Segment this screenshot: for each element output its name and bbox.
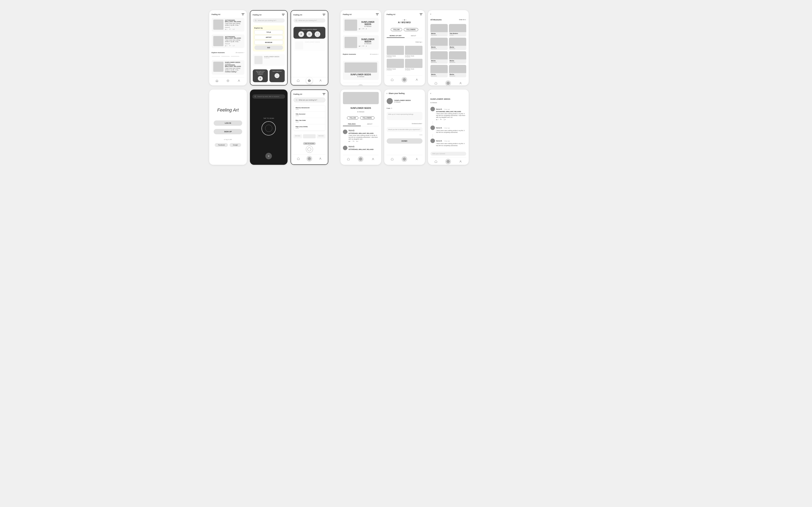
comment-reply-1[interactable]: 5 ○: [440, 119, 442, 120]
explore-fab-6[interactable]: [445, 80, 451, 86]
scan-circle[interactable]: [262, 121, 276, 135]
comment-input[interactable]: Write your comment: [430, 152, 466, 156]
nav-explore-1[interactable]: [226, 79, 230, 82]
museum-card-1[interactable]: Macba Barcelona: [430, 24, 448, 37]
search-btn-2[interactable]: [307, 31, 312, 37]
all-museums-link[interactable]: All museums >: [236, 52, 245, 53]
nav-profile-7[interactable]: [319, 157, 322, 161]
wide-feed-filter[interactable]: [376, 13, 379, 15]
artwork-followers-btn[interactable]: FOLLOWERS: [360, 116, 374, 119]
feeling-share-1[interactable]: 1 ↗: [356, 140, 358, 142]
wide-likes-1[interactable]: 12 ♡: [359, 28, 362, 30]
voice-feed-filter[interactable]: [323, 14, 325, 16]
explore-fab-7[interactable]: [307, 156, 312, 162]
post-share-1[interactable]: 1 ↗: [233, 29, 235, 30]
suggestion-4[interactable]: Eija-Liisa Ahtila artist: [294, 124, 325, 131]
work-thumb-2[interactable]: [405, 46, 423, 55]
nav-profile-9[interactable]: [415, 157, 419, 161]
voice-btn-2[interactable]: [299, 31, 304, 37]
museums-back-btn[interactable]: ‹: [430, 13, 431, 15]
nav-home-6[interactable]: [434, 81, 438, 85]
share-done-btn[interactable]: DONE!: [387, 138, 423, 144]
museum-card-5[interactable]: Macba Barcelona: [430, 51, 448, 64]
suggestion-3[interactable]: Bas Jan Ader artist: [294, 118, 325, 124]
emotion-wheel-link[interactable]: Emotional wheel ›: [387, 123, 423, 124]
scan-btn-2[interactable]: [315, 31, 320, 37]
comment-likes-1[interactable]: 21 ♡: [436, 119, 439, 120]
nav-home-10[interactable]: [434, 160, 438, 163]
close-button[interactable]: ×: [265, 153, 272, 159]
fab-explore-3[interactable]: [306, 77, 313, 84]
share-back-btn[interactable]: ‹: [387, 92, 387, 95]
wide-comments-2[interactable]: 2 ○: [363, 45, 365, 47]
explore-fab-9[interactable]: [401, 156, 407, 162]
explore-fab-10[interactable]: [445, 159, 451, 164]
work-thumb-1[interactable]: [387, 46, 404, 55]
signup-btn[interactable]: SIGN UP: [214, 129, 242, 134]
museum-chip-1[interactable]: MACBA: [212, 56, 220, 57]
wide-comments-1[interactable]: 2 ○: [363, 28, 365, 30]
suggestion-1[interactable]: Marina Abramović artist: [294, 105, 325, 112]
login-btn[interactable]: LOG IN: [214, 120, 242, 126]
nav-profile-6[interactable]: [459, 81, 463, 85]
nav-home-5[interactable]: [390, 78, 394, 81]
scan-button[interactable]: [275, 73, 279, 78]
museum-chip-3[interactable]: MACBA: [231, 56, 239, 57]
nav-profile-4[interactable]: [371, 85, 375, 86]
suggestion-2[interactable]: Vito Acconci artist: [294, 112, 325, 118]
nav-home-1[interactable]: [215, 79, 219, 82]
museum-card-2[interactable]: Tate Modern London: [449, 24, 466, 37]
work-thumb-3[interactable]: [387, 59, 404, 68]
explore-fab-5[interactable]: [401, 77, 407, 82]
google-btn[interactable]: Google: [229, 143, 241, 147]
museum-card-6[interactable]: Macba Barcelona: [449, 51, 466, 64]
followers-btn[interactable]: FOLLOWERS: [404, 28, 418, 31]
search-filter-icon[interactable]: [282, 14, 285, 16]
nav-home-9[interactable]: [390, 157, 394, 161]
nav-home-8[interactable]: [346, 157, 350, 161]
scan-search-bar[interactable]: Search by artist, title or museum: [252, 95, 285, 99]
go-btn[interactable]: GO: [254, 45, 283, 50]
comments-back-btn[interactable]: ‹: [430, 92, 431, 95]
mic-button[interactable]: [258, 76, 263, 81]
share-describe-input[interactable]: Would you like to describe better your e…: [387, 127, 423, 132]
suggestions-filter[interactable]: [323, 93, 325, 95]
facebook-btn[interactable]: Facebook: [215, 143, 228, 147]
nav-profile-5[interactable]: [415, 78, 419, 81]
museum-card-8[interactable]: Macba Barcelona: [449, 65, 466, 77]
search-bar[interactable]: What are you looking for?: [253, 18, 285, 22]
museum-card-4[interactable]: Macba Barcelona: [449, 38, 466, 50]
feelings-tab[interactable]: FEELINGS: [343, 122, 361, 126]
share-privacy-label[interactable]: Public: [387, 108, 390, 109]
wide-all-museums[interactable]: All museums >: [370, 54, 379, 55]
nav-profile-8[interactable]: [371, 157, 375, 161]
feeling-comments-1[interactable]: 2 ○: [353, 140, 355, 142]
order-by[interactable]: Order by ∨: [415, 41, 422, 43]
museum-chip-2[interactable]: MACBA: [221, 56, 230, 57]
wide-share-1[interactable]: ↗: [366, 28, 367, 30]
nav-profile-10[interactable]: [459, 160, 463, 163]
follow-btn[interactable]: FOLLOW: [391, 28, 402, 31]
voice-search-bar[interactable]: What are you looking for?: [293, 18, 325, 22]
works-tab[interactable]: WORKS OF ART: [387, 34, 404, 38]
museums-order[interactable]: Order for ∨: [459, 19, 466, 20]
share-feelings-input[interactable]: Write up to 3 most representing feelings: [387, 112, 423, 120]
suggestion-5[interactable]: Peggy Ahwesh artist: [294, 131, 325, 131]
work-thumb-4[interactable]: [405, 59, 423, 68]
title-btn[interactable]: TITLE: [254, 30, 283, 35]
nav-home-3[interactable]: [296, 79, 300, 82]
explore-fab-4[interactable]: [358, 84, 364, 86]
post-likes-1[interactable]: 22 ♡: [225, 29, 228, 30]
feeling-likes-1[interactable]: 22 ♡: [348, 140, 351, 142]
museum-card-3[interactable]: Macba Barcelona: [430, 38, 448, 50]
suggestions-scan-btn[interactable]: [306, 146, 313, 153]
post-likes-2[interactable]: 22 ♡: [225, 45, 228, 46]
museum-card-7[interactable]: Macba Barcelona: [430, 65, 448, 77]
suggestions-search-bar[interactable]: What are you looking for?: [293, 98, 325, 102]
artist-btn[interactable]: ARTIST: [254, 35, 283, 40]
explore-fab-8[interactable]: [358, 156, 364, 162]
comment-share-c1[interactable]: 1 ↗: [444, 119, 446, 120]
museum-btn[interactable]: MUSEUM: [254, 40, 283, 45]
nav-profile-3[interactable]: [319, 79, 322, 82]
wide-likes-2[interactable]: 12 ♡: [359, 45, 362, 47]
